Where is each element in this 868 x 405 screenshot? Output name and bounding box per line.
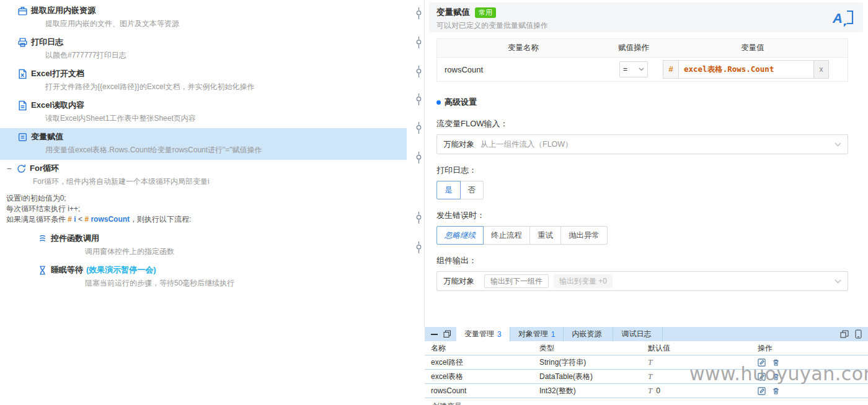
component-subtitle: 可以对已定义的变量批量赋值操作 <box>436 20 548 31</box>
clear-value-button[interactable]: x <box>814 60 829 79</box>
delete-variable-icon[interactable] <box>772 387 780 395</box>
component-logo-icon: A <box>832 8 856 28</box>
step-excel-open[interactable]: Excel打开文档 打开文件路径为{{excel路径}}的Excel文档，并实例… <box>0 65 407 97</box>
variable-type: DataTable(表格) <box>539 372 648 382</box>
output-next-component-chip[interactable]: 输出到下一组件 <box>484 274 549 288</box>
minimize-panel-icon[interactable] <box>431 334 438 335</box>
tab-object-manager[interactable]: 对象管理1 <box>510 327 564 341</box>
column-header-operation: 赋值操作 <box>609 43 658 53</box>
loop-step-text: 每次循环结束执行 i++; <box>6 204 407 214</box>
group-panels-icon[interactable] <box>840 330 849 338</box>
common-badge: 常用 <box>475 7 496 18</box>
step-desc: For循环，组件内将自动新建一个本级循环内局部变量i <box>33 176 407 186</box>
chevron-down-icon <box>835 142 848 147</box>
column-header-value: 变量值 <box>658 43 848 53</box>
step-title: 控件函数调用 <box>51 233 99 244</box>
variable-name: excel路径 <box>431 357 539 368</box>
flow-connector-icon <box>415 7 423 19</box>
tab-debug-log[interactable]: 调试日志 <box>613 327 663 341</box>
collapse-toggle[interactable]: − <box>5 163 13 173</box>
flow-input-value: 从上一组件流入（FLOW） <box>480 139 573 150</box>
mobile-preview-icon[interactable] <box>855 329 862 339</box>
column-header-name: 名称 <box>431 343 539 354</box>
column-header-actions: 操作 <box>758 343 868 354</box>
error-stop-button[interactable]: 终止流程 <box>483 226 530 245</box>
variable-default-cell[interactable]: T 0 <box>648 386 758 396</box>
flow-input-select[interactable]: 万能对象 从上一组件流入（FLOW） <box>436 134 848 154</box>
flow-input-prefix: 万能对象 <box>437 139 480 150</box>
step-desc: 用变量值excel表格.Rows.Count给变量rowsCount进行"="赋… <box>45 145 407 155</box>
step-title: For循环 <box>30 163 59 174</box>
error-ignore-button[interactable]: 忽略继续 <box>436 226 484 245</box>
step-desc: 阻塞当前运行的步骤，等待50毫秒后继续执行 <box>85 278 407 288</box>
dock-tab-bar: 变量管理3 对象管理1 内嵌资源 调试日志 <box>425 327 868 341</box>
expression-hash-button[interactable]: # <box>663 60 679 79</box>
step-variable-assign[interactable]: 变量赋值 用变量值excel表格.Rows.Count给变量rowsCount进… <box>0 128 407 160</box>
step-sleep-wait[interactable]: 睡眠等待(效果演示暂停一会) 阻塞当前运行的步骤，等待50毫秒后继续执行 <box>0 261 407 293</box>
component-output-label: 组件输出： <box>436 255 863 266</box>
step-title: 变量赋值 <box>31 131 63 142</box>
step-title: Excel打开文档 <box>31 68 84 79</box>
step-title: 睡眠等待 <box>51 264 83 276</box>
loop-icon <box>16 163 27 174</box>
step-title: Excel读取内容 <box>31 100 84 111</box>
step-print-log[interactable]: 打印日志 以颜色#777777打印日志 <box>0 33 407 65</box>
blue-bullet-icon <box>436 100 441 105</box>
flow-connector-icon <box>415 212 423 224</box>
chevron-down-icon <box>835 279 848 284</box>
excel-read-icon <box>17 100 28 111</box>
flow-connector-icon <box>415 152 423 163</box>
variable-token-rowscount: rowsCount <box>89 215 130 224</box>
assignment-value-input[interactable]: excel表格.Rows.Count <box>679 60 814 79</box>
tab-embedded-resources[interactable]: 内嵌资源 <box>564 327 613 341</box>
resource-box-icon <box>17 6 28 16</box>
variable-row: rowsCount Int32(整数) T 0 <box>425 384 868 398</box>
float-panel-icon[interactable] <box>443 330 451 338</box>
advanced-settings-header: 高级设置 <box>436 97 863 108</box>
assignment-row: rowsCount = # excel表格.Rows.Count x <box>437 58 848 81</box>
create-variable-link[interactable]: 创建变量 <box>425 398 868 405</box>
component-title: 变量赋值 <box>436 7 470 18</box>
error-throw-button[interactable]: 抛出异常 <box>560 226 608 245</box>
text-type-icon: T <box>648 386 652 396</box>
column-header-default: 默认值 <box>648 343 758 354</box>
text-type-icon: T <box>648 372 652 381</box>
output-prefix: 万能对象 <box>437 276 480 287</box>
variable-table-header: 名称 类型 默认值 操作 <box>425 341 868 355</box>
assignment-table: 变量名称 赋值操作 变量值 rowsCount = # excel表格.Rows… <box>436 38 848 82</box>
property-inspector: 变量赋值 常用 可以对已定义的变量批量赋值操作 A 变量名称 赋值操作 变量值 … <box>429 2 863 291</box>
step-title: 打印日志 <box>31 37 63 48</box>
step-desc: 打开文件路径为{{excel路径}}的Excel文档，并实例化初始化操作 <box>45 82 407 92</box>
edit-variable-icon[interactable] <box>758 387 766 395</box>
print-log-yes-button[interactable]: 是 <box>436 181 461 199</box>
loop-expression-text: 如果满足循环条件 # i < # rowsCount，则执行以下流程: <box>6 214 407 225</box>
loop-init-text: 设置i的初始值为0; <box>6 193 407 204</box>
on-error-button-group: 忽略继续 终止流程 重试 抛出异常 <box>436 226 608 245</box>
loop-condition-text: 设置i的初始值为0; 每次循环结束执行 i++; 如果满足循环条件 # i < … <box>0 193 407 225</box>
variable-default-value: 0 <box>656 386 660 395</box>
workflow-step-list: 提取应用内嵌资源 提取应用内嵌的文件、图片及文本等资源 打印日志 以颜色#777… <box>0 0 407 293</box>
error-retry-button[interactable]: 重试 <box>529 226 561 245</box>
step-function-call[interactable]: 控件函数调用 调用窗体控件上的指定函数 <box>0 230 407 261</box>
step-desc: 调用窗体控件上的指定函数 <box>85 246 407 256</box>
print-log-no-button[interactable]: 否 <box>460 181 484 199</box>
excel-document-icon <box>17 69 28 79</box>
variable-name: rowsCount <box>431 386 539 395</box>
step-for-loop[interactable]: − For循环 For循环，组件内将自动新建一个本级循环内局部变量i <box>0 160 407 191</box>
watermark: www.huoyuyan.com <box>689 363 868 385</box>
step-extract-resources[interactable]: 提取应用内嵌资源 提取应用内嵌的文件、图片及文本等资源 <box>0 2 407 33</box>
panel-divider <box>424 0 425 327</box>
column-header-type: 类型 <box>539 343 648 354</box>
tab-count-badge: 1 <box>551 330 556 339</box>
assign-icon <box>17 132 28 142</box>
function-call-icon <box>37 233 48 244</box>
assignment-variable-name: rowsCount <box>437 65 609 74</box>
operator-select[interactable]: = <box>619 61 648 77</box>
component-header-card: 变量赋值 常用 可以对已定义的变量批量赋值操作 A <box>429 2 863 32</box>
flow-connector-icon <box>415 242 423 253</box>
step-title-note: (效果演示暂停一会) <box>86 264 156 276</box>
output-to-variable-chip[interactable]: 输出到变量 +0 <box>554 274 613 288</box>
component-output-select[interactable]: 万能对象 输出到下一组件 输出到变量 +0 <box>436 271 848 291</box>
tab-variable-manager[interactable]: 变量管理3 <box>456 327 510 341</box>
step-excel-read[interactable]: Excel读取内容 读取Excel内Sheet1工作表中整张Sheet页内容 <box>0 97 407 128</box>
